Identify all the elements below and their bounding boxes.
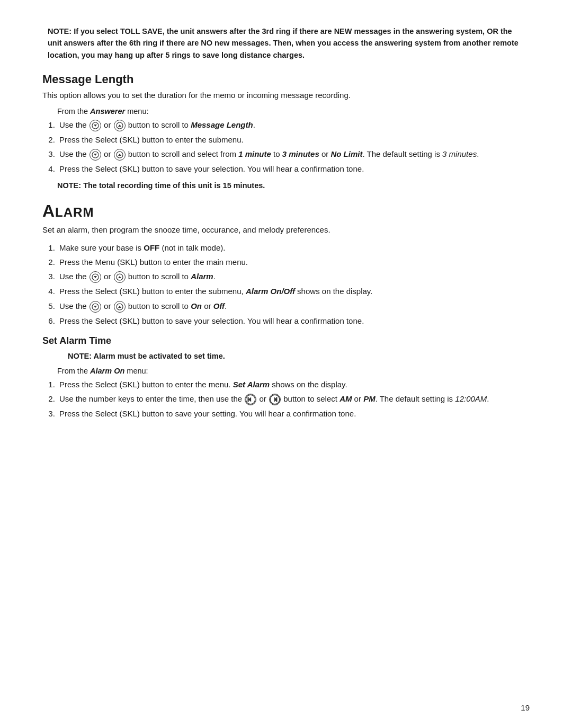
down-scroll-icon-4 [90, 301, 101, 313]
rewind-icon [245, 394, 256, 405]
down-scroll-icon [90, 120, 101, 131]
svg-marker-5 [94, 154, 97, 156]
up-scroll-icon-3 [114, 271, 126, 283]
note-block-text: NOTE: If you select TOLL SAVE, the unit … [48, 27, 519, 59]
note-block: NOTE: If you select TOLL SAVE, the unit … [42, 25, 530, 61]
alarm-step-3: Use the or button to scroll to Alarm. [57, 270, 530, 283]
alarm-step-1: Make sure your base is OFF (not in talk … [57, 242, 530, 254]
sat-step-3: Use the number keys to enter the time, t… [57, 393, 530, 405]
page-number: 19 [521, 703, 530, 712]
step-ml-4: Press the Select (SKL) button to save yo… [57, 163, 530, 175]
down-scroll-icon-3 [90, 271, 101, 283]
message-length-note: NOTE: The total recording time of this u… [57, 180, 530, 192]
fastforward-icon [269, 394, 281, 405]
svg-marker-13 [94, 306, 97, 308]
svg-marker-3 [118, 125, 121, 127]
down-scroll-icon-2 [90, 149, 101, 161]
up-scroll-icon-4 [114, 301, 126, 313]
svg-marker-9 [94, 276, 97, 278]
message-length-from-menu: From the Answerer menu: [57, 107, 530, 116]
step-ml-1: Use the or button to scroll to Message L… [57, 119, 530, 131]
message-length-intro: This option allows you to set the durati… [42, 90, 530, 102]
sat-step-1: Press the Select (SKL) button to enter t… [57, 378, 530, 390]
alarm-intro: Set an alarm, then program the snooze ti… [42, 224, 530, 236]
up-scroll-icon-2 [114, 149, 126, 161]
alarm-step-4: Press the Select (SKL) button to enter t… [57, 285, 530, 297]
message-length-title: Message Length [42, 73, 530, 86]
alarm-on-menu-name: Alarm On [90, 367, 124, 375]
svg-marker-15 [118, 306, 121, 308]
svg-rect-21 [276, 397, 277, 402]
answerer-menu-name: Answerer [90, 107, 125, 116]
alarm-steps: Make sure your base is OFF (not in talk … [57, 242, 530, 327]
sat-step-4: Press the Select (SKL) button to save yo… [57, 407, 530, 420]
alarm-step-5: Use the or button to scroll to On or Off… [57, 300, 530, 313]
step-ml-2: Press the Select (SKL) button to enter t… [57, 134, 530, 146]
set-alarm-time-note: NOTE: Alarm must be activated to set tim… [57, 351, 530, 362]
step-ml-3: Use the or button to scroll and select f… [57, 148, 530, 161]
alarm-step-6: Press the Select (SKL) button to save yo… [57, 315, 530, 327]
svg-marker-7 [118, 154, 121, 156]
set-alarm-time-steps: Press the Select (SKL) button to enter t… [57, 378, 530, 420]
set-alarm-time-title: Set Alarm Time [42, 335, 530, 347]
message-length-steps: Use the or button to scroll to Message L… [57, 119, 530, 175]
alarm-on-from-menu: From the Alarm On menu: [57, 367, 530, 375]
up-scroll-icon [114, 120, 126, 131]
svg-marker-11 [118, 276, 121, 278]
svg-rect-18 [248, 397, 249, 402]
svg-marker-1 [94, 125, 97, 127]
alarm-step-2: Press the Menu (SKL) button to enter the… [57, 256, 530, 268]
alarm-title: ALARM [42, 201, 530, 221]
